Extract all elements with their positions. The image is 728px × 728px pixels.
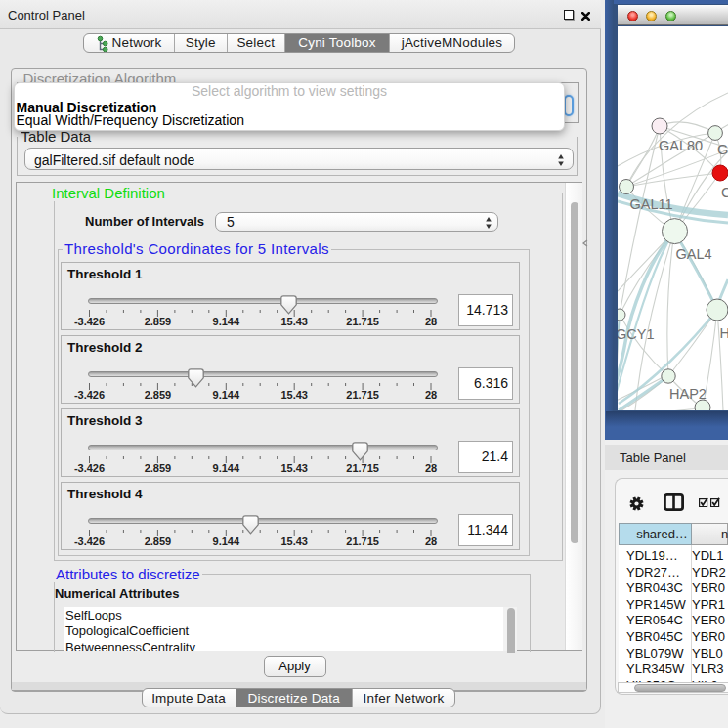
svg-text:GCY1: GCY1 [618, 326, 655, 342]
svg-text:CY: CY [721, 185, 728, 200]
svg-text:GAL80: GAL80 [659, 138, 703, 153]
svg-text:GA: GA [717, 142, 728, 157]
svg-text:HAP2: HAP2 [669, 386, 707, 402]
svg-text:GAL4: GAL4 [676, 246, 712, 262]
svg-text:GAL11: GAL11 [630, 196, 673, 212]
svg-text:H: H [720, 325, 728, 341]
